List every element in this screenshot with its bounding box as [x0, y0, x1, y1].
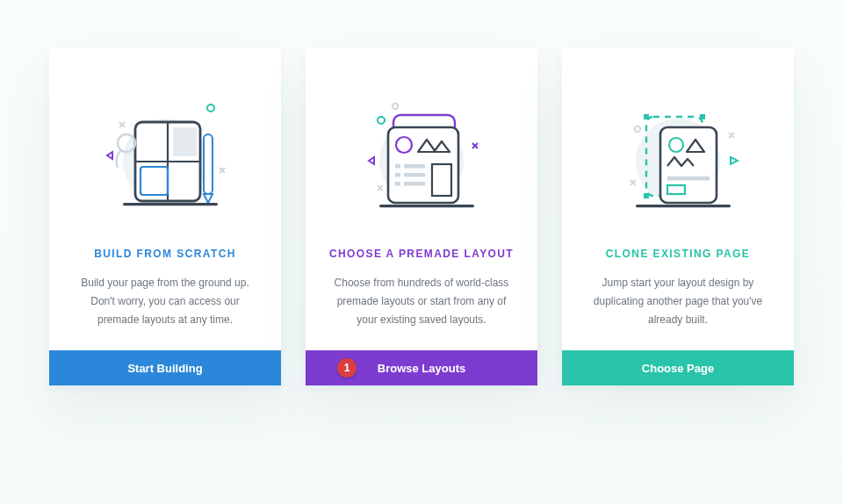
- card-title: CLONE EXISTING PAGE: [583, 248, 773, 260]
- clone-illustration: [583, 68, 773, 241]
- svg-marker-8: [107, 152, 112, 159]
- card-description: Choose from hundreds of world-class prem…: [327, 274, 516, 329]
- svg-rect-29: [700, 114, 705, 119]
- browse-layouts-button[interactable]: 1 Browse Layouts: [306, 350, 537, 385]
- card-title: BUILD FROM SCRATCH: [70, 248, 260, 260]
- button-label: Choose Page: [642, 362, 714, 375]
- card-clone-existing-page: CLONE EXISTING PAGE Jump start your layo…: [562, 47, 794, 385]
- svg-rect-18: [404, 173, 425, 177]
- premade-illustration: [327, 68, 516, 241]
- blueprint-icon: [86, 80, 244, 229]
- card-body: BUILD FROM SCRATCH Build your page from …: [49, 47, 281, 350]
- button-label: Start Building: [127, 362, 202, 375]
- duplicate-page-icon: [599, 80, 757, 229]
- svg-rect-15: [395, 164, 400, 169]
- svg-rect-28: [644, 114, 649, 119]
- svg-rect-17: [395, 173, 400, 177]
- card-description: Jump start your layout design by duplica…: [583, 274, 773, 329]
- svg-point-22: [378, 117, 385, 124]
- layout-option-cards: BUILD FROM SCRATCH Build your page from …: [0, 0, 843, 421]
- svg-marker-24: [369, 157, 374, 164]
- svg-point-36: [635, 126, 640, 132]
- choose-page-button[interactable]: Choose Page: [562, 350, 794, 385]
- start-building-button[interactable]: Start Building: [49, 350, 281, 385]
- svg-point-9: [207, 104, 214, 112]
- step-badge: 1: [337, 358, 357, 378]
- svg-rect-5: [173, 127, 197, 156]
- svg-rect-25: [379, 205, 474, 207]
- svg-rect-30: [644, 193, 649, 198]
- svg-rect-37: [636, 205, 731, 207]
- svg-rect-20: [404, 182, 425, 186]
- svg-point-23: [393, 104, 398, 109]
- card-build-from-scratch: BUILD FROM SCRATCH Build your page from …: [49, 47, 281, 385]
- button-label: Browse Layouts: [378, 362, 465, 375]
- svg-rect-10: [123, 203, 218, 205]
- svg-rect-19: [395, 182, 400, 186]
- svg-marker-35: [731, 157, 738, 164]
- card-premade-layout: CHOOSE A PREMADE LAYOUT Choose from hund…: [306, 47, 537, 385]
- svg-rect-16: [404, 164, 425, 169]
- scratch-illustration: [70, 68, 260, 241]
- card-body: CHOOSE A PREMADE LAYOUT Choose from hund…: [306, 47, 537, 350]
- card-body: CLONE EXISTING PAGE Jump start your layo…: [562, 47, 794, 350]
- card-title: CHOOSE A PREMADE LAYOUT: [327, 248, 516, 260]
- card-description: Build your page from the ground up. Don'…: [70, 274, 260, 329]
- svg-rect-6: [204, 134, 213, 194]
- svg-rect-33: [667, 176, 710, 181]
- layout-stack-icon: [342, 80, 501, 229]
